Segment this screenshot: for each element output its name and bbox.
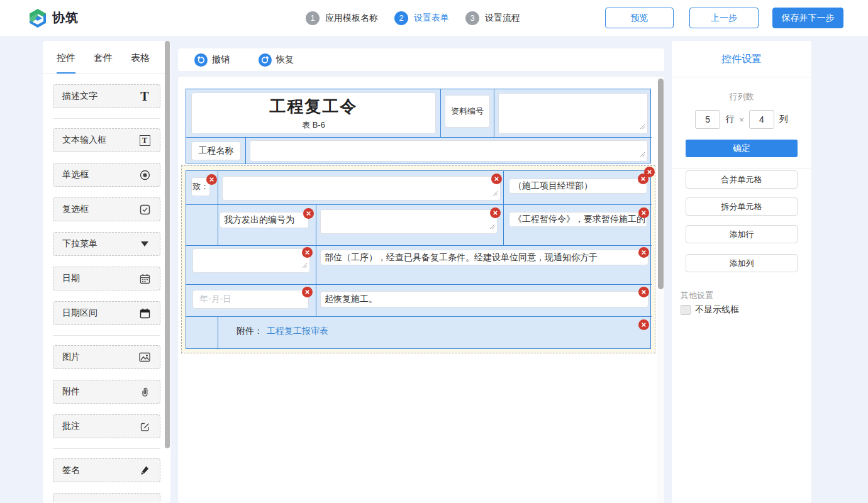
logo-text: 协筑 [52,9,79,26]
grid-size-row: 行 × 列 [672,110,811,129]
widget-label: 附件 [62,386,80,397]
attachment-label: 附件： [236,326,263,337]
resume-text-box[interactable]: 起恢复施工。 [320,291,648,307]
tab-kits[interactable]: 套件 [94,52,113,73]
attachment-row: 附件： 工程复工报审表 [236,326,328,337]
selected-table-region[interactable]: 致： （施工项目经理部） 我方发出的编号为 [181,165,655,353]
widget-label: 图片 [62,351,80,363]
split-cells-button[interactable]: 拆分单元格 [686,197,798,216]
widget-item-attachment[interactable]: 附件 [53,380,160,404]
canvas-scrollbar-thumb[interactable] [658,79,664,289]
hide-border-checkbox[interactable] [681,305,691,315]
widget-item-text-input[interactable]: 文本输入框 T [53,128,160,152]
resize-handle-icon[interactable] [640,149,645,159]
step-label: 设置表单 [414,13,449,24]
resume-condition-box[interactable]: 部位（工序），经查已具备复工条件。经建设单位同意，现通知你方于 [320,250,648,265]
rows-unit-label: 行 [725,114,734,125]
undo-button[interactable]: 撤销 [194,53,230,67]
redo-icon [259,53,272,67]
text-icon: T [138,90,151,102]
sidebar-scrollbar-thumb[interactable] [165,41,170,448]
resize-handle-icon[interactable] [489,221,495,231]
widget-item-date[interactable]: 日期 [53,267,160,290]
step-label: 设置流程 [485,13,520,24]
delete-icon[interactable] [638,247,649,258]
widget-item-image[interactable]: 图片 [53,345,160,369]
doc-no-label-box[interactable]: 资料编号 [445,95,490,128]
prev-step-button[interactable]: 上一步 [689,8,759,28]
to-org-box[interactable]: （施工项目经理部） [509,179,647,194]
widget-item-annotation[interactable]: 批注 [53,414,160,438]
delete-icon[interactable] [302,287,313,297]
add-col-button[interactable]: 添加列 [686,254,798,272]
step-number: 3 [465,11,479,25]
widget-item-radio[interactable]: 单选框 [53,163,160,187]
delete-icon[interactable] [303,208,314,219]
add-row-button[interactable]: 添加行 [686,225,798,243]
multiply-label: × [739,115,744,124]
widget-item-partial[interactable] [53,493,160,502]
widget-item-description-text[interactable]: 描述文字 T [53,84,160,108]
grid-size-label: 行列数 [672,91,811,102]
delete-icon[interactable] [638,207,649,218]
annotation-icon [138,420,151,433]
doc-no-textarea[interactable] [498,93,648,134]
save-next-button[interactable]: 保存并下一步 [772,8,843,28]
form-title-box[interactable]: 工程复工令 表 B-6 [191,92,436,134]
checkbox-icon [138,203,151,216]
redo-button[interactable]: 恢复 [259,53,294,67]
tab-widgets[interactable]: 控件 [57,52,75,74]
stop-order-label-box[interactable]: 《工程暂停令》，要求暂停施工的 [509,212,647,227]
table-cell [186,205,218,246]
widget-item-date-range[interactable]: 日期区间 [53,301,160,325]
widget-item-signature[interactable]: 签名 [53,458,160,482]
widget-label: 批注 [62,421,80,432]
project-name-label-box[interactable]: 工程名称 [191,141,241,160]
table-cell [186,317,218,350]
step-label: 应用模板名称 [325,13,378,24]
canvas-scrollbar [657,77,664,503]
divider [53,118,160,119]
confirm-button[interactable]: 确定 [686,140,798,157]
date-icon [138,272,151,285]
other-settings-label: 其他设置 [681,290,713,301]
tab-tables[interactable]: 表格 [131,52,150,73]
widget-label: 日期区间 [62,307,97,319]
sidebar-tabs: 控件 套件 表格 [43,41,170,74]
widget-item-dropdown[interactable]: 下拉菜单 [53,232,160,256]
preview-button[interactable]: 预览 [605,8,674,28]
form-title: 工程复工令 [270,96,358,118]
delete-icon[interactable] [490,207,501,218]
condition-textarea[interactable] [192,248,310,273]
attachment-link[interactable]: 工程复工报审表 [267,326,328,337]
step-flow-setup[interactable]: 3 设置流程 [465,11,520,25]
widget-label: 描述文字 [62,91,97,102]
merge-cells-button[interactable]: 合并单元格 [686,170,798,189]
delete-icon[interactable] [491,174,502,184]
delete-icon[interactable] [302,247,313,258]
settings-panel: 控件设置 行列数 行 × 列 确定 合并单元格 拆分单元格 添加行 添加列 其他… [672,41,811,503]
cols-input[interactable] [749,110,774,129]
widget-label: 签名 [62,465,80,476]
resume-date-input[interactable]: 年-月-日 [192,290,309,309]
widget-item-checkbox[interactable]: 复选框 [53,197,160,221]
form-body-table: 致： （施工项目经理部） 我方发出的编号为 [186,170,651,349]
delete-icon[interactable] [638,319,649,330]
logo: 协筑 [28,0,79,36]
issued-no-textarea[interactable] [320,209,498,234]
issued-no-label-box[interactable]: 我方发出的编号为 [220,212,309,228]
delete-icon[interactable] [206,174,217,185]
delete-icon[interactable] [638,287,649,297]
delete-icon[interactable] [638,174,648,184]
step-template-name[interactable]: 1 应用模板名称 [306,11,378,25]
resize-handle-icon[interactable] [492,188,498,198]
to-textarea[interactable] [222,176,501,201]
resize-handle-icon[interactable] [302,260,308,270]
app-root: 协筑 1 应用模板名称 2 设置表单 3 设置流程 预览 上一步 保存并下一步 … [0,0,868,503]
resize-handle-icon[interactable] [640,121,645,131]
step-number: 1 [306,11,320,25]
redo-label: 恢复 [276,54,294,65]
rows-input[interactable] [695,110,720,129]
step-form-setup[interactable]: 2 设置表单 [394,11,449,25]
project-name-textarea[interactable] [250,140,648,162]
